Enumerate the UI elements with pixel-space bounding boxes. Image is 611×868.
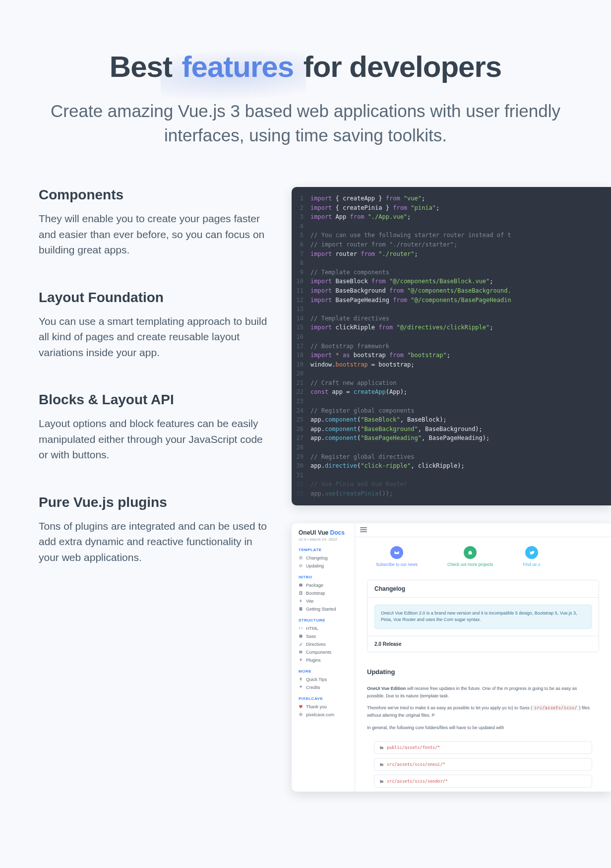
code-line: 29// Register global directives xyxy=(292,452,611,462)
feature-0: ComponentsThey will enable you to create… xyxy=(39,187,272,258)
code-line: 12import BasePageHeading from "@/compone… xyxy=(292,296,611,305)
feature-body: Tons of plugins are integrated and can b… xyxy=(39,518,272,565)
feature-body: They will enable you to create your page… xyxy=(39,211,272,258)
file-path: public/assets/fonts/* xyxy=(374,741,592,754)
code-line: 8 xyxy=(292,258,611,268)
nav-item-components[interactable]: Components xyxy=(299,648,350,656)
mail-icon xyxy=(390,546,403,559)
code-line: 5// You can use the following starter ro… xyxy=(292,231,611,240)
code-line: 33app.use(createPinia()); xyxy=(292,489,611,498)
feature-title: Pure Vue.js plugins xyxy=(39,495,272,510)
nav-item-credits[interactable]: Credits xyxy=(299,683,350,691)
code-line: 7import router from "./router"; xyxy=(292,249,611,259)
nav-item-sass[interactable]: Sass xyxy=(299,632,350,640)
feature-title: Layout Foundation xyxy=(39,290,272,306)
nav-item-bootstrap[interactable]: Bootstrap xyxy=(299,589,350,597)
docs-sidebar: OneUI Vue Docs v2.0 • March 24, 2022 TEM… xyxy=(292,523,355,792)
code-line: 4 xyxy=(292,222,611,231)
twitter-icon xyxy=(525,546,538,559)
updating-p2: Therefore we've tried to make it as easy… xyxy=(367,704,592,720)
sync-icon xyxy=(299,563,303,568)
list-icon xyxy=(299,556,303,560)
puzzle-icon xyxy=(299,650,303,654)
feature-2: Blocks & Layout APILayout options and bl… xyxy=(39,392,272,463)
feature-3: Pure Vue.js pluginsTons of plugins are i… xyxy=(39,495,272,565)
hero-subtitle: Create amazing Vue.js 3 based web applic… xyxy=(33,99,578,147)
globe-icon xyxy=(299,712,303,717)
quick-link[interactable]: Subscribe to our news xyxy=(376,546,418,567)
nav-item-getting-started[interactable]: Getting Started xyxy=(299,605,350,613)
changelog-card: Changelog OneUI Vue Edition 2.0 is a bra… xyxy=(367,580,599,652)
nav-section-label: INTRO xyxy=(299,575,350,579)
changelog-info: OneUI Vue Edition 2.0 is a brand new ver… xyxy=(374,605,592,629)
nav-item-changelog[interactable]: Changelog xyxy=(299,554,350,562)
menu-icon[interactable] xyxy=(360,527,367,532)
code-editor-panel: 1import { createApp } from "vue";2import… xyxy=(292,187,611,505)
file-path: src/assets/scss/vendor/* xyxy=(374,775,592,788)
code-line: 10import BaseBlock from "@/components/Ba… xyxy=(292,277,611,286)
nav-item-html[interactable]: HTML xyxy=(299,624,350,632)
code-line: 17// Bootstrap framework xyxy=(292,342,611,351)
docs-logo: OneUI Vue Docs xyxy=(299,529,350,536)
code-line: 18import * as bootstrap from "bootstrap"… xyxy=(292,351,611,360)
code-line: 2import { createPinia } from "pinia"; xyxy=(292,203,611,213)
code-line: 30app.directive("click-ripple", clickRip… xyxy=(292,461,611,471)
nav-item-pixelcave.com[interactable]: pixelcave.com xyxy=(299,711,350,719)
file-path: src/assets/scss/oneui/* xyxy=(374,758,592,771)
code-line: 19window.bootstrap = bootstrap; xyxy=(292,360,611,370)
nav-section-label: TEMPLATE xyxy=(299,548,350,552)
code-line: 6// import router from "./router/starter… xyxy=(292,240,611,249)
feature-list: ComponentsThey will enable you to create… xyxy=(39,187,272,792)
code-line: 25app.component("BaseBlock", BaseBlock); xyxy=(292,415,611,425)
code-line: 32// Use Pinia and Vue Router xyxy=(292,480,611,489)
hero-title: Best features for developers xyxy=(20,50,591,84)
feature-body: Layout options and block features can be… xyxy=(39,416,272,463)
code-line: 11import BaseBackground from "@/componen… xyxy=(292,286,611,296)
bolt-icon xyxy=(299,599,303,603)
updating-title: Updating xyxy=(367,663,599,681)
nav-section-label: PIXELCAVE xyxy=(299,696,350,701)
code-line: 28 xyxy=(292,443,611,452)
code-line: 16 xyxy=(292,332,611,342)
wand-icon xyxy=(299,642,303,646)
code-line: 15import clickRipple from "@/directives/… xyxy=(292,323,611,332)
bootstrap-icon xyxy=(299,591,303,595)
nav-item-thank-you[interactable]: Thank you xyxy=(299,703,350,711)
docs-version: v2.0 • March 24, 2022 xyxy=(299,537,350,542)
book-icon xyxy=(299,607,303,611)
code-line: 14// Template directives xyxy=(292,314,611,323)
feature-1: Layout FoundationYou can use a smart tem… xyxy=(39,290,272,361)
code-line: 26app.component("BaseBackground", BaseBa… xyxy=(292,425,611,434)
bulb-icon xyxy=(299,677,303,682)
hero-title-pre: Best xyxy=(110,50,180,83)
quick-link[interactable]: Find us o xyxy=(523,546,540,567)
docs-main: Subscribe to our newsCheck out more proj… xyxy=(355,523,611,792)
bag-icon xyxy=(464,546,477,559)
changelog-release: 2.0 Release xyxy=(367,636,599,652)
plug-icon xyxy=(299,658,303,662)
code-line: 1import { createApp } from "vue"; xyxy=(292,194,611,203)
nav-item-plugins[interactable]: Plugins xyxy=(299,656,350,664)
code-line: 21// Craft new application xyxy=(292,378,611,388)
sass-icon xyxy=(299,634,303,638)
code-icon xyxy=(299,626,303,630)
badge-icon xyxy=(299,685,303,689)
hero: Best features for developers Create amaz… xyxy=(0,0,611,157)
nav-item-quick-tips[interactable]: Quick Tips xyxy=(299,676,350,683)
updating-section: Updating OneUI Vue Edition will receive … xyxy=(367,663,599,788)
updating-p1: OneUI Vue Edition will receive free upda… xyxy=(367,685,592,700)
quick-link[interactable]: Check out more projects xyxy=(447,546,493,567)
docs-panel: OneUI Vue Docs v2.0 • March 24, 2022 TEM… xyxy=(292,523,611,792)
code-line: 24// Register global components xyxy=(292,406,611,416)
nav-item-package[interactable]: Package xyxy=(299,581,350,589)
heart-icon xyxy=(299,704,303,709)
nav-item-updating[interactable]: Updating xyxy=(299,562,350,570)
code-line: 23 xyxy=(292,397,611,406)
nav-item-vite[interactable]: Vite xyxy=(299,597,350,605)
nav-section-label: STRUCTURE xyxy=(299,618,350,622)
code-line: 27app.component("BasePageHeading", BaseP… xyxy=(292,434,611,443)
code-line: 3import App from "./App.vue"; xyxy=(292,212,611,222)
nav-item-directives[interactable]: Directives xyxy=(299,640,350,648)
feature-title: Components xyxy=(39,187,272,203)
quick-links: Subscribe to our newsCheck out more proj… xyxy=(367,546,599,567)
